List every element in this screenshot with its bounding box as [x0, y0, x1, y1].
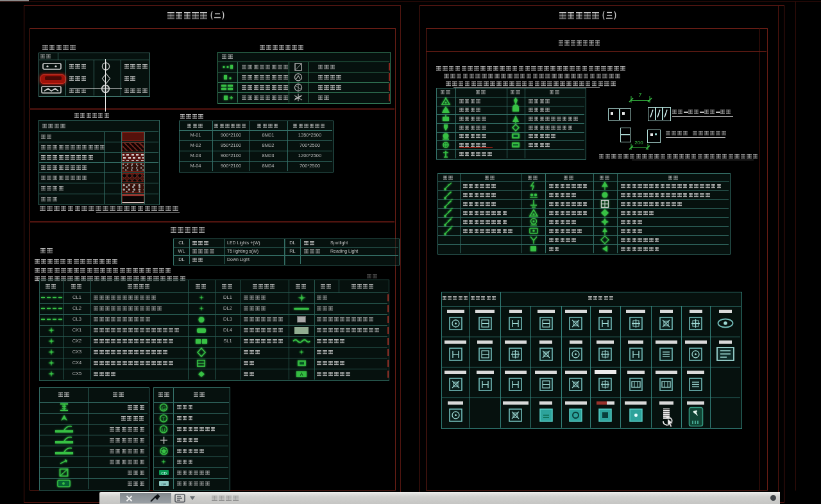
svg-text:G: G	[162, 405, 165, 411]
svg-text:T: T	[162, 416, 165, 422]
svg-text:A: A	[300, 372, 303, 376]
svg-text:CD: CD	[161, 471, 167, 475]
svg-text:U: U	[162, 427, 165, 433]
svg-text:n=: n=	[162, 482, 166, 486]
